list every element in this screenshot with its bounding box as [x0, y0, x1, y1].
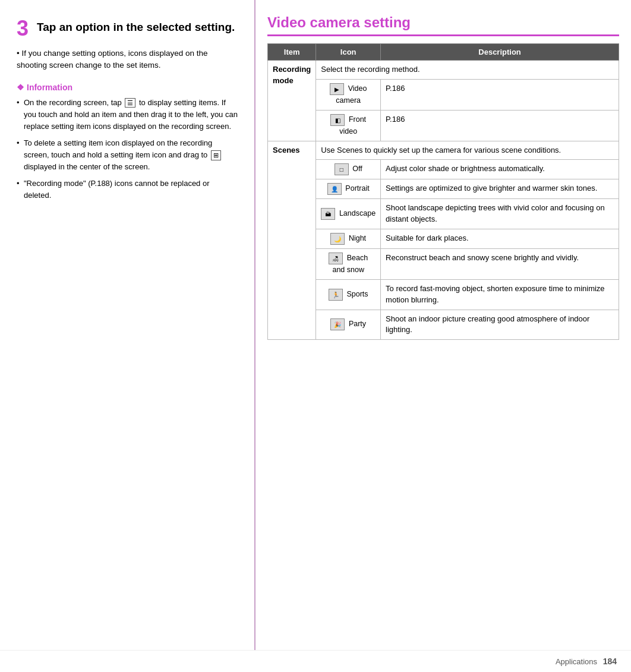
desc-sports: To record fast-moving object, shorten ex… [381, 279, 619, 310]
desc-off: Adjust color shade or brightness automat… [381, 160, 619, 179]
info-section: Information On the recording screen, tap… [17, 83, 238, 202]
icon-label-sports: Sports [346, 290, 368, 298]
step-bullet: If you change setting options, icons dis… [17, 48, 238, 72]
icon-portrait: 👤 Portrait [316, 179, 381, 199]
page-content: 3 Tap an option in the selected setting.… [0, 0, 631, 650]
page-footer: Applications 184 [0, 650, 631, 672]
footer-applications-label: Applications [556, 657, 597, 666]
info-bullets: On the recording screen, tap ☰ to displa… [17, 97, 238, 202]
landscape-icon: 🏔 [321, 208, 335, 220]
right-column: Video camera setting Item Icon Descripti… [255, 0, 631, 650]
info-title: Information [17, 83, 238, 92]
icon-night: 🌙 Night [316, 229, 381, 249]
step-header: 3 Tap an option in the selected setting. [17, 18, 238, 39]
table-row: Recordingmode Select the recording metho… [268, 61, 619, 80]
icon-front-video: ◧ Frontvideo [316, 110, 381, 141]
portrait-icon: 👤 [327, 183, 342, 195]
col-header-icon: Icon [316, 44, 381, 61]
icon-label-landscape: Landscape [339, 210, 376, 218]
night-icon: 🌙 [330, 233, 345, 245]
icon-party: 🎉 Party [316, 310, 381, 340]
step-body: If you change setting options, icons dis… [17, 48, 238, 72]
desc-beach-snow: Reconstruct beach and snowy scene bright… [381, 249, 619, 280]
front-video-icon: ◧ [330, 114, 345, 126]
table-row: 🌙 Night Suitable for dark places. [268, 229, 619, 249]
table-row: ▶ Videocamera P.186 [268, 79, 619, 110]
section-title: Video camera setting [267, 14, 619, 36]
icon-label-off: Off [352, 165, 362, 173]
desc-front-video: P.186 [381, 110, 619, 141]
info-bullet-1: On the recording screen, tap ☰ to displa… [17, 97, 238, 132]
beach-snow-icon: 🏖 [329, 253, 343, 264]
icon-sports: 🏃 Sports [316, 279, 381, 310]
table-row: 🏃 Sports To record fast-moving object, s… [268, 279, 619, 310]
table-row: 🎉 Party Shoot an indoor picture creating… [268, 310, 619, 340]
step-number: 3 [17, 18, 29, 39]
footer-page-number: 184 [603, 657, 617, 666]
grid-icon: ⊞ [211, 150, 221, 160]
icon-off: □ Off [316, 160, 381, 179]
icon-label-party: Party [349, 320, 366, 329]
item-recording-mode: Recordingmode [268, 61, 316, 141]
recording-mode-desc: Select the recording method. [316, 61, 619, 80]
menu-icon: ☰ [125, 98, 135, 108]
step-title: Tap an option in the selected setting. [37, 20, 235, 34]
table-row: □ Off Adjust color shade or brightness a… [268, 160, 619, 179]
icon-beach-snow: 🏖 Beachand snow [316, 249, 381, 280]
table-row: 👤 Portrait Settings are optimized to giv… [268, 179, 619, 199]
table-row: 🏖 Beachand snow Reconstruct beach and sn… [268, 249, 619, 280]
desc-landscape: Shoot landscape depicting trees with viv… [381, 199, 619, 229]
icon-label-portrait: Portrait [345, 185, 369, 193]
off-icon: □ [335, 163, 349, 175]
left-column: 3 Tap an option in the selected setting.… [0, 0, 255, 650]
desc-video-camera: P.186 [381, 79, 619, 110]
icon-landscape: 🏔 Landscape [316, 199, 381, 229]
table-header-row: Item Icon Description [268, 44, 619, 61]
info-bullet-3: "Recording mode" (P.188) icons cannot be… [17, 178, 238, 201]
desc-portrait: Settings are optimized to give brighter … [381, 179, 619, 199]
desc-night: Suitable for dark places. [381, 229, 619, 249]
col-header-item: Item [268, 44, 316, 61]
col-header-desc: Description [381, 44, 619, 61]
table-row: ◧ Frontvideo P.186 [268, 110, 619, 141]
table-row: 🏔 Landscape Shoot landscape depicting tr… [268, 199, 619, 229]
scenes-top-desc: Use Scenes to quickly set up the camera … [316, 141, 619, 160]
camera-settings-table: Item Icon Description Recordingmode Sele… [267, 43, 619, 340]
sports-icon: 🏃 [329, 289, 343, 301]
icon-label-night: Night [349, 235, 366, 243]
video-camera-icon: ▶ [330, 83, 344, 95]
party-icon: 🎉 [330, 318, 345, 330]
item-scenes: Scenes [268, 141, 316, 340]
icon-video-camera: ▶ Videocamera [316, 79, 381, 110]
desc-party: Shoot an indoor picture creating good at… [381, 310, 619, 340]
table-row: Scenes Use Scenes to quickly set up the … [268, 141, 619, 160]
info-bullet-2: To delete a setting item icon displayed … [17, 137, 238, 173]
